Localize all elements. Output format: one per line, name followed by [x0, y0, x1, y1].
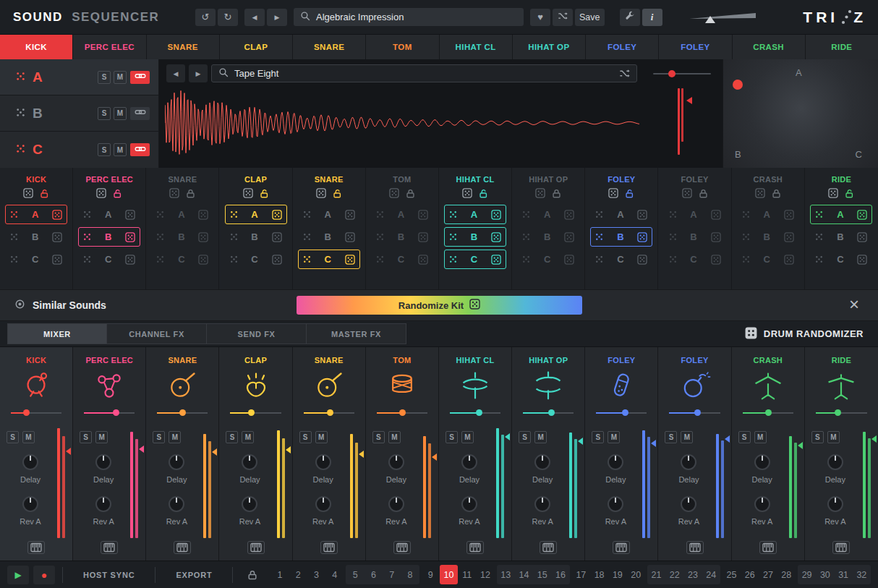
layer-b-solo-button[interactable]: S	[98, 107, 111, 120]
kit-cell-8-B[interactable]: B	[517, 227, 579, 247]
delay-send-knob[interactable]	[169, 454, 184, 470]
kit-cell-7-C[interactable]: C	[444, 250, 506, 269]
similar-sounds-toggle[interactable]: Similar Sounds	[14, 299, 106, 312]
channel-mute-button[interactable]: M	[169, 431, 181, 443]
step-11[interactable]: 11	[458, 565, 476, 584]
channel-volume-slider[interactable]	[450, 409, 500, 417]
step-2[interactable]: 2	[289, 565, 307, 584]
randomize-kit-button[interactable]: Randomize Kit	[297, 296, 582, 315]
channel-solo-button[interactable]: S	[811, 431, 824, 443]
channel-volume-slider[interactable]	[816, 409, 867, 417]
keyboard-button[interactable]	[540, 541, 557, 554]
keyboard-button[interactable]	[832, 541, 850, 554]
step-17[interactable]: 17	[572, 565, 590, 584]
kit-dice-button[interactable]	[535, 188, 545, 201]
kit-cell-8-C[interactable]: C	[517, 250, 579, 269]
kit-cell-3-B[interactable]: B	[151, 227, 213, 247]
keyboard-button[interactable]	[686, 541, 704, 554]
step-25[interactable]: 25	[723, 565, 741, 584]
reverb-send-knob[interactable]	[388, 496, 404, 512]
delay-send-knob[interactable]	[22, 454, 38, 470]
layer-row-a[interactable]: A S M	[0, 59, 158, 95]
step-20[interactable]: 20	[627, 565, 645, 584]
channel-solo-button[interactable]: S	[226, 431, 238, 443]
kit-cell-7-A[interactable]: A	[444, 205, 506, 224]
reverb-send-knob[interactable]	[534, 496, 550, 512]
step-12[interactable]: 12	[476, 565, 494, 584]
close-button[interactable]: ×	[843, 294, 865, 315]
delay-send-knob[interactable]	[827, 454, 843, 470]
random-preset-button[interactable]	[553, 9, 573, 26]
slider-handle[interactable]	[113, 409, 119, 416]
kit-cell-5-A[interactable]: A	[298, 205, 360, 224]
keyboard-button[interactable]	[101, 541, 118, 554]
step-7[interactable]: 7	[383, 565, 401, 584]
pad-tab-foley-10[interactable]: FOLEY	[659, 35, 732, 59]
channel-volume-slider[interactable]	[304, 409, 354, 417]
step-19[interactable]: 19	[608, 565, 626, 584]
kit-cell-10-C[interactable]: C	[664, 250, 726, 269]
layer-a-link-button[interactable]	[130, 71, 150, 84]
step-29[interactable]: 29	[798, 565, 816, 584]
kit-dice-button[interactable]	[462, 188, 472, 201]
step-9[interactable]: 9	[422, 565, 440, 584]
redo-button[interactable]: ↻	[218, 9, 238, 26]
meter-marker-icon[interactable]	[686, 97, 692, 104]
kit-cell-8-A[interactable]: A	[517, 205, 579, 224]
kit-cell-5-B[interactable]: B	[298, 227, 360, 247]
channel-volume-slider[interactable]	[596, 409, 647, 417]
delay-send-knob[interactable]	[95, 454, 111, 470]
pad-tab-snare-3[interactable]: SNARE	[147, 35, 220, 59]
channel-volume-slider[interactable]	[743, 409, 793, 417]
slider-handle[interactable]	[765, 409, 772, 416]
output-volume-fader[interactable]	[686, 8, 762, 27]
pad-tab-snare-5[interactable]: SNARE	[293, 35, 366, 59]
channel-mute-button[interactable]: M	[242, 431, 254, 443]
reverb-send-knob[interactable]	[754, 496, 770, 512]
tab-mixer[interactable]: MIXER	[7, 323, 107, 344]
reverb-send-knob[interactable]	[315, 496, 331, 512]
layer-a-mute-button[interactable]: M	[114, 71, 127, 84]
step-5[interactable]: 5	[346, 565, 364, 584]
channel-solo-button[interactable]: S	[7, 431, 19, 443]
reverb-send-knob[interactable]	[681, 496, 696, 512]
kit-cell-3-A[interactable]: A	[151, 205, 213, 224]
kit-lock-button[interactable]	[845, 188, 854, 201]
meter-marker-icon[interactable]	[725, 435, 730, 443]
channel-mute-button[interactable]: M	[461, 431, 474, 443]
kit-cell-4-A[interactable]: A	[225, 205, 287, 224]
kit-lock-button[interactable]	[699, 188, 708, 201]
channel-mute-button[interactable]: M	[315, 431, 328, 443]
step-32[interactable]: 32	[853, 565, 871, 584]
channel-volume-slider[interactable]	[157, 409, 208, 417]
export-button[interactable]: EXPORT	[163, 566, 225, 584]
reverb-send-knob[interactable]	[95, 496, 111, 512]
channel-mute-button[interactable]: M	[827, 431, 840, 443]
info-button[interactable]: i	[642, 9, 662, 26]
kit-cell-2-C[interactable]: C	[78, 250, 140, 269]
kit-dice-button[interactable]	[389, 188, 399, 201]
delay-send-knob[interactable]	[534, 454, 550, 470]
channel-solo-button[interactable]: S	[299, 431, 312, 443]
keyboard-button[interactable]	[247, 541, 265, 554]
meter-marker-icon[interactable]	[578, 438, 583, 445]
step-10[interactable]: 10	[440, 565, 458, 584]
channel-volume-slider[interactable]	[230, 409, 281, 417]
meter-marker-icon[interactable]	[432, 453, 437, 461]
step-18[interactable]: 18	[590, 565, 608, 584]
meter-marker-icon[interactable]	[66, 448, 71, 455]
step-21[interactable]: 21	[647, 565, 665, 584]
meter-marker-icon[interactable]	[286, 446, 291, 453]
channel-volume-slider[interactable]	[669, 409, 720, 417]
layer-c-mute-button[interactable]: M	[114, 143, 127, 156]
kit-dice-button[interactable]	[828, 188, 838, 201]
channel-solo-button[interactable]: S	[738, 431, 751, 443]
slider-handle[interactable]	[476, 409, 482, 416]
channel-solo-button[interactable]: S	[446, 431, 458, 443]
kit-lock-button[interactable]	[772, 188, 781, 201]
pad-tab-clap-4[interactable]: CLAP	[220, 35, 293, 59]
step-15[interactable]: 15	[533, 565, 551, 584]
pad-tab-hihat-op-8[interactable]: HIHAT OP	[513, 35, 586, 59]
slider-handle[interactable]	[399, 409, 406, 416]
step-4[interactable]: 4	[325, 565, 344, 584]
